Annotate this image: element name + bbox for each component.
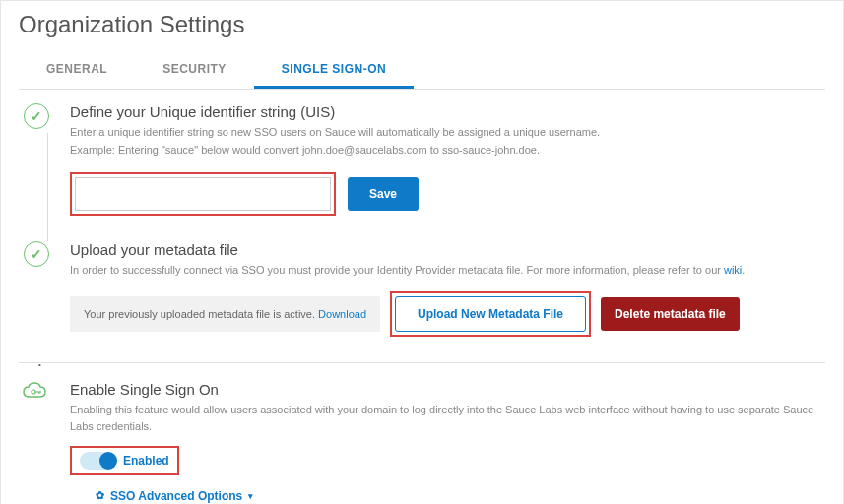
- uis-description-2: Example: Entering "sauce" below would co…: [70, 142, 825, 159]
- step-icon-col: ✓: [19, 103, 54, 129]
- metadata-description: In order to successfully connect via SSO…: [70, 262, 825, 280]
- wiki-link[interactable]: wiki: [724, 264, 742, 276]
- sso-advanced-options-link[interactable]: ✿ SSO Advanced Options ▾: [96, 489, 253, 503]
- metadata-heading: Upload your metadata file: [70, 241, 825, 258]
- step-connector-line: [47, 133, 48, 241]
- delete-metadata-button[interactable]: Delete metadata file: [601, 297, 740, 331]
- page-title: Organization Settings: [19, 11, 825, 38]
- metadata-status-box: Your previously uploaded metadata file i…: [70, 296, 380, 332]
- gear-icon: ✿: [96, 489, 104, 502]
- check-icon: ✓: [31, 108, 42, 124]
- svg-point-0: [32, 390, 35, 394]
- check-icon: ✓: [31, 246, 42, 262]
- toggle-highlight: Enabled: [70, 446, 179, 475]
- metadata-section: ✓ Upload your metadata file In order to …: [19, 241, 825, 337]
- cloud-key-icon: [22, 381, 51, 407]
- uis-input[interactable]: [75, 177, 331, 211]
- download-link[interactable]: Download: [318, 308, 366, 320]
- uis-description-1: Enter a unique identifier string so new …: [70, 124, 825, 142]
- section-divider: •: [19, 362, 825, 363]
- uis-heading: Define your Unique identifier string (UI…: [70, 103, 825, 120]
- tab-general[interactable]: GENERAL: [19, 52, 135, 89]
- tab-single-sign-on[interactable]: SINGLE SIGN-ON: [254, 52, 414, 89]
- organization-settings-page: Organization Settings GENERAL SECURITY S…: [0, 0, 844, 504]
- uis-input-highlight: [70, 172, 336, 216]
- tab-security[interactable]: SECURITY: [135, 52, 254, 89]
- step-complete-icon: ✓: [24, 103, 49, 129]
- toggle-knob: [99, 452, 117, 470]
- advanced-options-label: SSO Advanced Options: [110, 489, 242, 503]
- step-icon-col: ✓: [19, 241, 54, 267]
- enable-sso-heading: Enable Single Sign On: [70, 381, 825, 398]
- divider-dot-icon: •: [38, 360, 41, 369]
- step-complete-icon: ✓: [24, 241, 49, 267]
- settings-tabs: GENERAL SECURITY SINGLE SIGN-ON: [19, 52, 825, 90]
- metadata-desc-pre: In order to successfully connect via SSO…: [70, 264, 724, 276]
- metadata-desc-post: .: [742, 264, 745, 276]
- metadata-status-text: Your previously uploaded metadata file i…: [84, 308, 318, 320]
- enable-sso-toggle[interactable]: [80, 452, 115, 470]
- enable-sso-section: Enable Single Sign On Enabling this feat…: [19, 381, 825, 504]
- save-button[interactable]: Save: [348, 177, 419, 211]
- upload-metadata-button[interactable]: Upload New Metadata File: [395, 296, 586, 332]
- enable-sso-toggle-label: Enabled: [123, 454, 169, 468]
- uis-section: ✓ Define your Unique identifier string (…: [19, 103, 825, 216]
- chevron-down-icon: ▾: [248, 491, 253, 501]
- upload-button-highlight: Upload New Metadata File: [390, 291, 591, 337]
- enable-sso-description: Enabling this feature would allow users …: [70, 402, 825, 436]
- step-icon-col: [19, 381, 54, 407]
